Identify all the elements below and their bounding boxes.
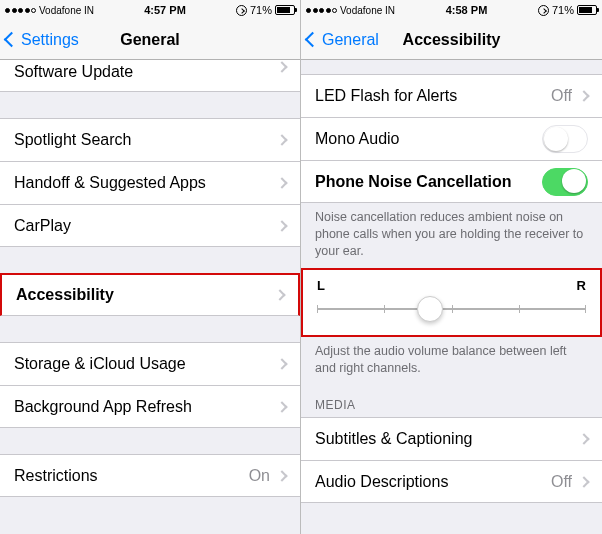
- signal-dots: [5, 8, 36, 13]
- row-mono-audio[interactable]: Mono Audio: [301, 117, 602, 160]
- row-label: LED Flash for Alerts: [315, 87, 551, 105]
- battery-icon: [275, 5, 295, 15]
- row-label: Phone Noise Cancellation: [315, 173, 542, 191]
- back-label: General: [322, 31, 379, 49]
- media-header: MEDIA: [301, 384, 602, 417]
- nav-bar: Settings General: [0, 20, 300, 60]
- carrier-label: Vodafone IN: [39, 5, 94, 16]
- chevron-right-icon: [276, 401, 287, 412]
- row-accessibility[interactable]: Accessibility: [0, 273, 300, 316]
- slider-footer: Adjust the audio volume balance between …: [301, 337, 602, 385]
- row-label: CarPlay: [14, 217, 278, 235]
- chevron-left-icon: [305, 32, 321, 48]
- status-bar: Vodafone IN 4:57 PM 71%: [0, 0, 300, 20]
- row-carplay[interactable]: CarPlay: [0, 204, 300, 247]
- row-label: Spotlight Search: [14, 131, 278, 149]
- chevron-right-icon: [276, 134, 287, 145]
- slider-knob[interactable]: [417, 296, 443, 322]
- balance-slider[interactable]: [317, 295, 586, 323]
- row-storage[interactable]: Storage & iCloud Usage: [0, 342, 300, 385]
- row-handoff[interactable]: Handoff & Suggested Apps: [0, 161, 300, 204]
- accessibility-pane: Vodafone IN 4:58 PM 71% General Accessib…: [301, 0, 602, 534]
- back-button[interactable]: Settings: [0, 31, 79, 49]
- chevron-right-icon: [276, 470, 287, 481]
- row-label: Accessibility: [16, 286, 276, 304]
- row-restrictions[interactable]: Restrictions On: [0, 454, 300, 497]
- chevron-right-icon: [578, 90, 589, 101]
- row-label: Mono Audio: [315, 130, 542, 148]
- chevron-right-icon: [276, 61, 287, 72]
- battery-icon: [577, 5, 597, 15]
- row-value: Off: [551, 473, 572, 491]
- row-label: Storage & iCloud Usage: [14, 355, 278, 373]
- row-label: Handoff & Suggested Apps: [14, 174, 278, 192]
- row-background-refresh[interactable]: Background App Refresh: [0, 385, 300, 428]
- chevron-right-icon: [276, 358, 287, 369]
- row-noise-cancellation[interactable]: Phone Noise Cancellation: [301, 160, 602, 203]
- chevron-right-icon: [276, 177, 287, 188]
- row-value: Off: [551, 87, 572, 105]
- back-button[interactable]: General: [301, 31, 379, 49]
- mono-audio-toggle[interactable]: [542, 125, 588, 153]
- row-spotlight-search[interactable]: Spotlight Search: [0, 118, 300, 161]
- chevron-right-icon: [276, 220, 287, 231]
- slider-right-label: R: [577, 278, 586, 293]
- noise-footer: Noise cancellation reduces ambient noise…: [301, 203, 602, 268]
- row-led-flash[interactable]: LED Flash for Alerts Off: [301, 74, 602, 117]
- orientation-lock-icon: [236, 5, 247, 16]
- general-settings-pane: Vodafone IN 4:57 PM 71% Settings General…: [0, 0, 301, 534]
- row-label: Audio Descriptions: [315, 473, 551, 491]
- status-time: 4:58 PM: [446, 4, 488, 16]
- orientation-lock-icon: [538, 5, 549, 16]
- row-audio-descriptions[interactable]: Audio Descriptions Off: [301, 460, 602, 503]
- row-label: Software Update: [14, 63, 278, 81]
- row-software-update[interactable]: Software Update: [0, 60, 300, 92]
- signal-dots: [306, 8, 337, 13]
- carrier-label: Vodafone IN: [340, 5, 395, 16]
- balance-slider-box: L R: [301, 268, 602, 337]
- battery-percent: 71%: [250, 4, 272, 16]
- slider-left-label: L: [317, 278, 325, 293]
- chevron-right-icon: [578, 476, 589, 487]
- row-value: On: [249, 467, 270, 485]
- row-label: Background App Refresh: [14, 398, 278, 416]
- status-bar: Vodafone IN 4:58 PM 71%: [301, 0, 602, 20]
- chevron-right-icon: [274, 289, 285, 300]
- noise-cancellation-toggle[interactable]: [542, 168, 588, 196]
- chevron-right-icon: [578, 434, 589, 445]
- row-subtitles[interactable]: Subtitles & Captioning: [301, 417, 602, 460]
- nav-bar: General Accessibility: [301, 20, 602, 60]
- back-label: Settings: [21, 31, 79, 49]
- row-label: Subtitles & Captioning: [315, 430, 580, 448]
- battery-percent: 71%: [552, 4, 574, 16]
- status-time: 4:57 PM: [144, 4, 186, 16]
- row-label: Restrictions: [14, 467, 249, 485]
- chevron-left-icon: [4, 32, 20, 48]
